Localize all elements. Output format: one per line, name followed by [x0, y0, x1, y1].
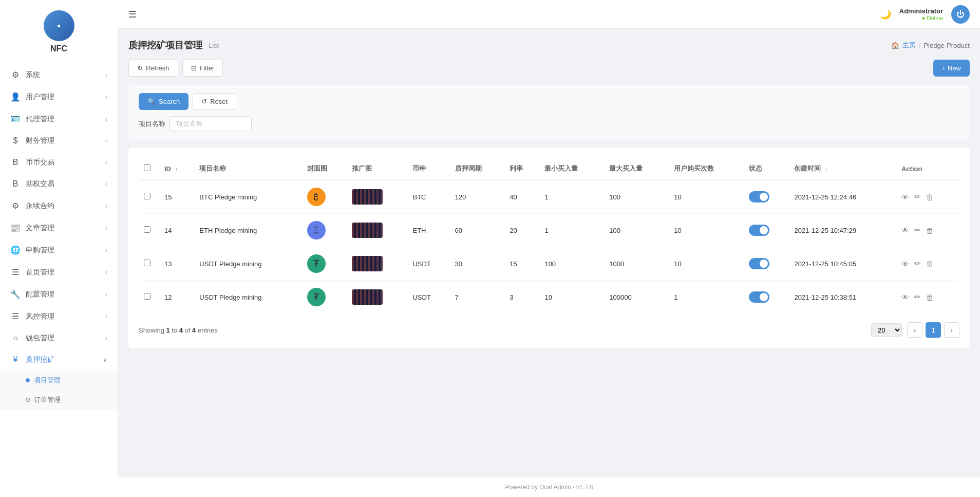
- cell-max-buy: 100000: [604, 281, 669, 314]
- sidebar-item-pledge-mining[interactable]: ¥质押挖矿 ∨: [0, 349, 118, 371]
- cell-period: 60: [450, 214, 505, 247]
- table-row: 15 BTC Pledge mining ₿ BTC 120 40 1 100 …: [139, 180, 959, 214]
- cell-rate: 40: [504, 180, 539, 214]
- cell-id: 13: [159, 247, 194, 281]
- cover-image: ₿: [307, 188, 326, 206]
- moon-icon[interactable]: 🌙: [880, 9, 891, 20]
- sidebar-sub-item-project-mgmt[interactable]: 项目管理: [0, 371, 118, 390]
- sidebar-item-risk-ctrl[interactable]: ☰风控管理 ‹: [0, 305, 118, 327]
- sidebar-item-config-mgmt[interactable]: 🔧配置管理 ‹: [0, 283, 118, 305]
- delete-icon[interactable]: 🗑: [926, 193, 934, 201]
- app-brand: NFC: [50, 44, 67, 53]
- status-toggle[interactable]: [749, 291, 769, 303]
- cell-created-at: 2021-12-25 12:24:46: [789, 180, 896, 214]
- delete-icon[interactable]: 🗑: [926, 226, 934, 235]
- cell-name: BTC Pledge mining: [194, 180, 301, 214]
- dollar-icon: $: [10, 136, 21, 145]
- cell-banner: [347, 281, 408, 314]
- new-button[interactable]: + New: [933, 60, 970, 77]
- sidebar-item-agent-mgmt[interactable]: 🪪代理管理 ‹: [0, 108, 118, 130]
- sidebar-item-system[interactable]: ⚙系统 ‹: [0, 64, 118, 86]
- sidebar-item-label: 系统: [26, 70, 40, 80]
- sidebar-item-futures-trade[interactable]: B期权交易 ‹: [0, 173, 118, 195]
- edit-icon[interactable]: ✏: [914, 292, 921, 302]
- edit-icon[interactable]: ✏: [914, 192, 921, 201]
- chevron-right-icon: ‹: [105, 137, 107, 144]
- filter-icon: ⊟: [191, 64, 197, 72]
- cell-banner: [347, 247, 408, 281]
- main-wrapper: ☰ 🌙 Administrator ● Online ⏻ 质押挖矿项目管理 Li…: [118, 0, 980, 497]
- action-icons: 👁 ✏ 🗑: [901, 292, 954, 302]
- sidebar-item-homepage-mgmt[interactable]: ☰首页管理 ‹: [0, 261, 118, 283]
- filter-button[interactable]: ⊟ Filter: [182, 60, 223, 77]
- page-title-area: 质押挖矿项目管理 List: [128, 39, 219, 51]
- row-checkbox[interactable]: [144, 293, 150, 300]
- row-checkbox[interactable]: [144, 226, 150, 233]
- user-avatar[interactable]: ⏻: [951, 5, 970, 24]
- table-card: ID ↑ 项目名称 封面图 推广图 币种 质押周期 利率 最小买入量 最大买入量…: [128, 148, 970, 348]
- status-toggle[interactable]: [749, 191, 769, 203]
- row-checkbox[interactable]: [144, 260, 150, 266]
- sidebar-item-label: 配置管理: [26, 290, 54, 299]
- footer: Powered by Dcat Admin · v1.7.8: [118, 477, 980, 497]
- cell-currency: BTC: [407, 180, 449, 214]
- sidebar-item-crypto-trade[interactable]: B币币交易 ‹: [0, 152, 118, 173]
- view-icon[interactable]: 👁: [901, 260, 909, 268]
- cell-rate: 3: [504, 281, 539, 314]
- pagination: ‹ 1 ›: [907, 322, 959, 338]
- next-page-button[interactable]: ›: [944, 322, 959, 338]
- cell-id: 14: [159, 214, 194, 247]
- chevron-right-icon: ‹: [105, 159, 107, 166]
- sidebar-item-article-mgmt[interactable]: 📰文章管理 ‹: [0, 217, 118, 239]
- edit-icon[interactable]: ✏: [914, 259, 921, 268]
- banner-image: [352, 189, 383, 205]
- cover-image: Ξ: [307, 221, 326, 240]
- refresh-button[interactable]: ↻ Refresh: [128, 60, 178, 77]
- sub-item-label: 订单管理: [34, 395, 61, 404]
- per-page-select[interactable]: 20 50 100: [871, 323, 902, 337]
- cell-max-buy: 100: [604, 214, 669, 247]
- th-period: 质押周期: [450, 158, 505, 180]
- view-icon[interactable]: 👁: [901, 226, 909, 235]
- futures-icon: B: [10, 179, 21, 189]
- cell-currency: ETH: [407, 214, 449, 247]
- cell-cover: ₮: [302, 281, 347, 314]
- breadcrumb-home[interactable]: 主页: [902, 41, 916, 50]
- table-container: ID ↑ 项目名称 封面图 推广图 币种 质押周期 利率 最小买入量 最大买入量…: [139, 158, 959, 338]
- view-icon[interactable]: 👁: [901, 193, 909, 201]
- select-all-checkbox[interactable]: [144, 164, 150, 171]
- delete-icon[interactable]: 🗑: [926, 293, 934, 302]
- search-button[interactable]: 🔍 Search: [139, 93, 189, 110]
- action-icons: 👁 ✏ 🗑: [901, 226, 954, 235]
- hamburger-icon[interactable]: ☰: [128, 9, 137, 20]
- reset-button[interactable]: ↺ Reset: [193, 93, 236, 110]
- sidebar-sub-item-order-mgmt[interactable]: 订单管理: [0, 390, 118, 410]
- cell-id: 15: [159, 180, 194, 214]
- sidebar-item-perpetual[interactable]: ⚙永续合约 ‹: [0, 195, 118, 217]
- status-toggle[interactable]: [749, 225, 769, 236]
- cell-max-buy: 1000: [604, 247, 669, 281]
- sidebar-item-subscription-mgmt[interactable]: 🌐申购管理 ‹: [0, 239, 118, 261]
- page-1-button[interactable]: 1: [926, 322, 941, 338]
- sidebar-item-wallet-mgmt[interactable]: ○钱包管理 ‹: [0, 327, 118, 349]
- app-logo: ●: [44, 10, 74, 41]
- sort-asc-icon[interactable]: ↑: [175, 166, 178, 172]
- chevron-right-icon: ‹: [105, 94, 107, 101]
- sidebar-item-user-mgmt[interactable]: 👤用户管理 ‹: [0, 86, 118, 108]
- project-name-input[interactable]: [169, 116, 252, 131]
- user-icon: 👤: [10, 92, 21, 102]
- prev-page-button[interactable]: ‹: [907, 322, 922, 338]
- status-toggle[interactable]: [749, 258, 769, 269]
- data-table: ID ↑ 项目名称 封面图 推广图 币种 质押周期 利率 最小买入量 最大买入量…: [139, 158, 959, 314]
- table-row: 12 USDT Pledge mining ₮ USDT 7 3 10 1000…: [139, 281, 959, 314]
- sidebar-item-label: 代理管理: [26, 115, 54, 124]
- sidebar-item-finance-mgmt[interactable]: $财务管理 ‹: [0, 130, 118, 152]
- search-icon: 🔍: [147, 98, 156, 105]
- edit-icon[interactable]: ✏: [914, 226, 921, 235]
- sort-asc-icon[interactable]: ↑: [825, 165, 828, 172]
- delete-icon[interactable]: 🗑: [926, 260, 934, 268]
- view-icon[interactable]: 👁: [901, 293, 909, 302]
- row-checkbox[interactable]: [144, 193, 150, 199]
- search-row: 🔍 Search ↺ Reset: [139, 93, 959, 110]
- th-rate: 利率: [504, 158, 539, 180]
